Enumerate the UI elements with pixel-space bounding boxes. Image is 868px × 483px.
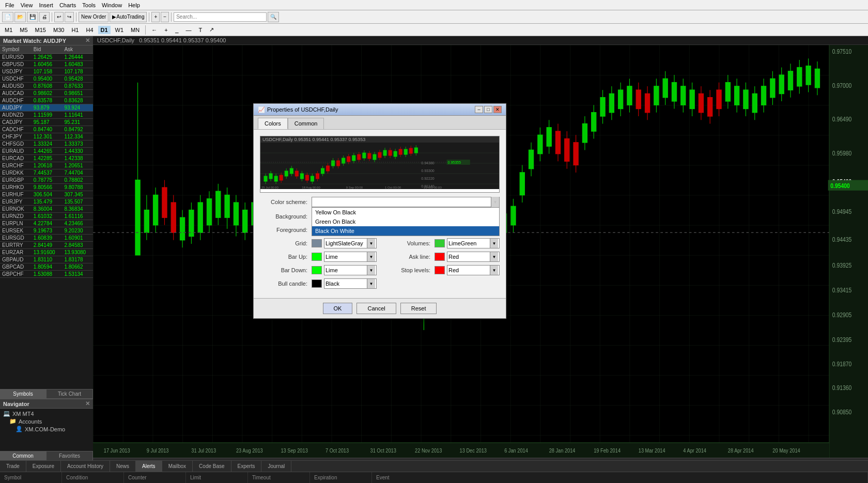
alerts-tab-codebase[interactable]: Code Base — [193, 461, 231, 472]
dropdown-bar-down-arrow[interactable]: ▼ — [367, 266, 375, 275]
swatch-bull-candle[interactable] — [312, 279, 322, 288]
market-watch-row[interactable]: EURUSD 1.26425 1.26444 — [0, 54, 93, 61]
menu-help[interactable]: Help — [125, 2, 143, 8]
tab-symbols[interactable]: Symbols — [0, 389, 47, 398]
market-watch-row[interactable]: GBPCHF 1.53088 1.53134 — [0, 271, 93, 278]
auto-trading-btn[interactable]: ▶ AutoTrading — [110, 12, 147, 22]
market-watch-row[interactable]: AUDJPY 93.879 93.924 — [0, 104, 93, 112]
market-watch-scroll[interactable]: Symbol Bid Ask EURUSD 1.26425 1.26444 GB… — [0, 45, 93, 389]
market-watch-row[interactable]: AUDCAD 0.98602 0.98651 — [0, 90, 93, 97]
market-watch-row[interactable]: EURZAR 13.91600 13.93080 — [0, 249, 93, 256]
nav-tab-favorites[interactable]: Favorites — [47, 451, 93, 460]
market-watch-close[interactable]: ✕ — [85, 37, 90, 44]
market-watch-row[interactable]: EURPLN 4.22784 4.23466 — [0, 220, 93, 227]
dropdown-bar-up-arrow[interactable]: ▼ — [367, 252, 375, 261]
dialog-reset-btn[interactable]: Reset — [400, 303, 437, 314]
market-watch-row[interactable]: CADJPY 95.187 95.231 — [0, 119, 93, 126]
print-btn[interactable]: 🖨 — [39, 12, 50, 22]
alerts-tab-journal[interactable]: Journal — [261, 461, 291, 472]
menu-file[interactable]: File — [2, 2, 18, 8]
dropdown-bull-candle-arrow[interactable]: ▼ — [367, 279, 375, 288]
cs-option-black-white[interactable]: Black On White — [312, 226, 499, 236]
menu-view[interactable]: View — [18, 2, 36, 8]
market-watch-row[interactable]: EURCHF 1.20618 1.20651 — [0, 162, 93, 169]
market-watch-row[interactable]: USDJPY 107.158 107.178 — [0, 68, 93, 75]
crosshair-btn[interactable]: + — [162, 26, 170, 34]
line-btn[interactable]: ⎯ — [173, 26, 181, 34]
tf-h1[interactable]: H1 — [69, 26, 81, 34]
dialog-maximize-btn[interactable]: □ — [484, 106, 492, 113]
market-watch-row[interactable]: GBPCAD 1.80594 1.80662 — [0, 263, 93, 271]
market-watch-row[interactable]: EURAUD 1.44265 1.44330 — [0, 148, 93, 155]
nav-account-demo[interactable]: 👤 XM.COM-Demo — [1, 425, 92, 433]
alerts-tab-trade[interactable]: Trade — [0, 461, 26, 472]
search-btn[interactable]: 🔍 — [268, 12, 279, 22]
search-input[interactable] — [174, 12, 267, 22]
menu-insert[interactable]: Insert — [36, 2, 56, 8]
dialog-minimize-btn[interactable]: – — [475, 106, 483, 113]
cursor-btn[interactable]: ← — [149, 26, 160, 34]
navigator-close[interactable]: ✕ — [85, 400, 90, 407]
new-btn[interactable]: 📄 — [2, 12, 13, 22]
dialog-tab-common[interactable]: Common — [288, 118, 324, 129]
market-watch-row[interactable]: USDCHF 0.95400 0.95428 — [0, 75, 93, 83]
hline-btn[interactable]: ― — [183, 26, 194, 34]
dropdown-grid[interactable]: LightSlateGray ▼ — [324, 238, 377, 248]
alerts-tab-history[interactable]: Account History — [61, 461, 110, 472]
properties-dialog[interactable]: 📈 Properties of USDCHF,Daily – □ ✕ Color… — [253, 103, 506, 319]
market-watch-row[interactable]: EURHKD 9.80566 9.80788 — [0, 184, 93, 191]
swatch-stop-levels[interactable] — [435, 266, 445, 274]
tf-h4[interactable]: H4 — [83, 26, 96, 34]
tf-d1[interactable]: D1 — [98, 26, 111, 34]
dropdown-volumes[interactable]: LimeGreen ▼ — [447, 238, 500, 248]
color-scheme-arrow[interactable]: ▼ — [491, 197, 499, 207]
tf-m1[interactable]: M1 — [2, 26, 15, 34]
zoom-in-btn[interactable]: + — [151, 12, 160, 22]
market-watch-row[interactable]: EURHUF 306.504 307.345 — [0, 191, 93, 198]
save-btn[interactable]: 💾 — [27, 12, 38, 22]
arrow-btn[interactable]: ↗ — [207, 25, 216, 34]
market-watch-row[interactable]: EURNOK 8.36004 8.36834 — [0, 206, 93, 213]
alerts-tab-exposure[interactable]: Exposure — [26, 461, 61, 472]
market-watch-row[interactable]: CADCHF 0.84740 0.84792 — [0, 126, 93, 133]
dialog-title-bar[interactable]: 📈 Properties of USDCHF,Daily – □ ✕ — [254, 104, 506, 116]
market-watch-row[interactable]: GBPUSD 1.60456 1.60483 — [0, 61, 93, 68]
swatch-volumes[interactable] — [435, 239, 445, 247]
tf-m5[interactable]: M5 — [17, 26, 30, 34]
alerts-tab-alerts[interactable]: Alerts — [136, 461, 162, 472]
nav-accounts[interactable]: 📁 Accounts — [1, 417, 92, 425]
market-watch-row[interactable]: AUDCHF 0.83578 0.83628 — [0, 97, 93, 104]
text-btn[interactable]: T — [196, 26, 205, 34]
menu-window[interactable]: Window — [99, 2, 125, 8]
navigator-tree[interactable]: 💻 XM MT4 📁 Accounts 👤 XM.COM-Demo — [0, 409, 93, 451]
market-watch-row[interactable]: EURJPY 135.479 135.507 — [0, 198, 93, 206]
market-watch-row[interactable]: GBPAUD 1.83110 1.83178 — [0, 256, 93, 263]
dropdown-volumes-arrow[interactable]: ▼ — [490, 239, 498, 248]
market-watch-row[interactable]: EURCAD 1.42285 1.42338 — [0, 155, 93, 162]
swatch-ask-line[interactable] — [435, 253, 445, 261]
dropdown-bull-candle[interactable]: Black ▼ — [324, 278, 377, 289]
market-watch-row[interactable]: EURSEK 9.19673 9.20230 — [0, 227, 93, 235]
tf-m30[interactable]: M30 — [51, 26, 67, 34]
dropdown-ask-line[interactable]: Red ▼ — [447, 252, 500, 262]
market-watch-row[interactable]: EURSGD 1.60839 1.60901 — [0, 235, 93, 242]
zoom-out-btn[interactable]: − — [161, 12, 169, 22]
swatch-bar-down[interactable] — [312, 266, 322, 274]
menu-charts[interactable]: Charts — [56, 2, 79, 8]
dialog-cancel-btn[interactable]: Cancel — [357, 303, 396, 314]
undo-btn[interactable]: ↩ — [54, 12, 64, 22]
dropdown-ask-line-arrow[interactable]: ▼ — [490, 252, 498, 261]
tf-m15[interactable]: M15 — [33, 26, 49, 34]
cs-option-green[interactable]: Green On Black — [312, 217, 499, 226]
new-order-btn[interactable]: New Order — [79, 12, 109, 22]
dropdown-stop-levels[interactable]: Red ▼ — [447, 265, 500, 275]
open-btn[interactable]: 📂 — [14, 12, 26, 22]
swatch-grid[interactable] — [312, 239, 322, 247]
menu-tools[interactable]: Tools — [79, 2, 99, 8]
tf-w1[interactable]: W1 — [113, 26, 127, 34]
nav-xm-mt4[interactable]: 💻 XM MT4 — [1, 410, 92, 417]
market-watch-row[interactable]: CHFSGD 1.33324 1.33373 — [0, 141, 93, 148]
market-watch-row[interactable]: EURNZD 1.61032 1.61116 — [0, 213, 93, 220]
dialog-close-btn[interactable]: ✕ — [493, 106, 502, 113]
nav-tab-common[interactable]: Common — [0, 451, 47, 460]
